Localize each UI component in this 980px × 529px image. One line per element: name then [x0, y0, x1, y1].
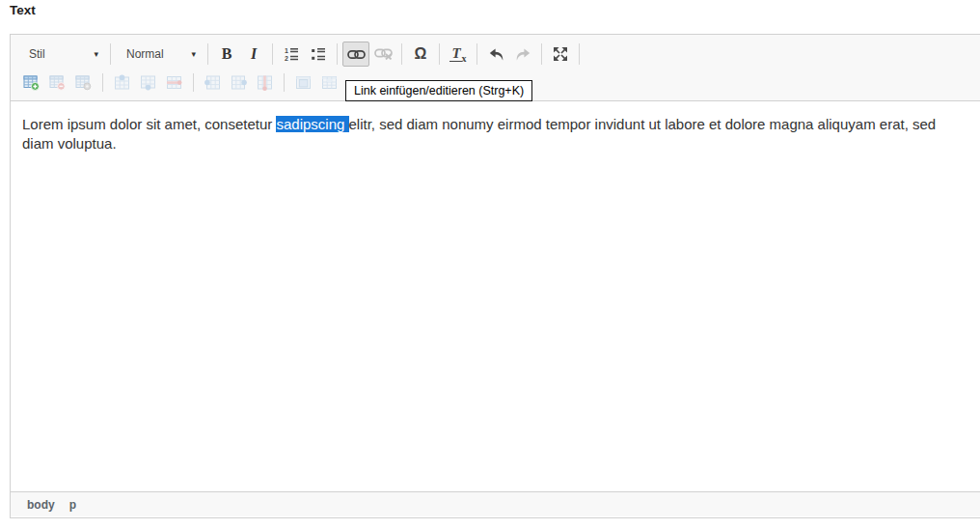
path-item-body[interactable]: body	[27, 498, 55, 512]
format-combo-label: Normal	[126, 47, 164, 61]
merge-cells-button[interactable]	[290, 70, 316, 94]
link-button-tooltip: Link einfügen/editieren (Strg+K)	[345, 80, 532, 101]
bullet-list-button[interactable]	[305, 42, 332, 67]
undo-button[interactable]	[482, 42, 509, 67]
selected-text: sadipscing	[276, 116, 348, 132]
field-label: Text	[10, 3, 36, 17]
link-icon	[347, 49, 366, 60]
insert-table-button[interactable]	[18, 70, 44, 94]
delete-row-icon	[166, 74, 182, 91]
omega-icon: Ω	[415, 45, 427, 63]
italic-icon: I	[251, 45, 257, 63]
delete-column-button[interactable]	[252, 70, 278, 94]
numbered-list-icon: 1 2	[284, 46, 299, 62]
unlink-icon	[374, 48, 393, 60]
toolbar-separator	[284, 73, 285, 92]
toolbar-separator	[272, 43, 273, 65]
insert-row-below-icon	[140, 74, 156, 91]
bold-button[interactable]: B	[213, 42, 240, 67]
styles-combo-label: Stil	[29, 47, 45, 61]
special-char-button[interactable]: Ω	[407, 42, 434, 67]
elements-path-bar: body p	[11, 491, 980, 516]
bold-icon: B	[222, 45, 232, 63]
bulleted-list-icon	[311, 46, 326, 62]
path-item-p[interactable]: p	[69, 498, 76, 512]
toolbar-separator	[579, 43, 580, 65]
page: { "page": { "heading": "Text" }, "toolba…	[0, 0, 980, 529]
toolbar-separator	[102, 73, 103, 92]
chevron-down-icon: ▾	[94, 49, 98, 59]
toolbar-row-1: Stil ▾ Normal ▾ B I 1 2	[18, 40, 980, 69]
insert-column-left-button[interactable]	[200, 70, 226, 94]
maximize-button[interactable]	[547, 42, 574, 67]
paragraph: Lorem ipsum dolor sit amet, consetetur s…	[22, 115, 969, 154]
cell-properties-icon	[321, 74, 338, 91]
toolbar-separator	[110, 43, 111, 65]
insert-column-right-button[interactable]	[226, 70, 252, 94]
delete-table-icon	[49, 74, 66, 91]
undo-icon	[488, 47, 504, 62]
italic-button[interactable]: I	[240, 42, 267, 67]
maximize-icon	[553, 46, 568, 62]
toolbar-separator	[193, 73, 194, 92]
table-properties-button[interactable]	[70, 70, 96, 94]
delete-row-button[interactable]	[161, 70, 187, 94]
rich-text-editor: Stil ▾ Normal ▾ B I 1 2	[10, 34, 980, 518]
svg-text:1: 1	[285, 47, 288, 54]
redo-button[interactable]	[509, 42, 536, 67]
insert-column-right-icon	[231, 74, 247, 91]
chevron-down-icon: ▾	[191, 49, 196, 59]
unlink-button[interactable]	[369, 42, 396, 67]
paragraph-text-before: Lorem ipsum dolor sit amet, consetetur	[22, 116, 276, 132]
numbered-list-button[interactable]: 1 2	[278, 42, 305, 67]
delete-column-icon	[257, 74, 273, 91]
redo-icon	[515, 47, 531, 62]
editor-content-area[interactable]: Lorem ipsum dolor sit amet, consetetur s…	[11, 101, 980, 491]
delete-table-button[interactable]	[44, 70, 70, 94]
table-properties-icon	[75, 74, 92, 91]
insert-row-above-icon	[114, 74, 130, 91]
insert-column-left-icon	[204, 74, 221, 91]
remove-format-icon: Tx	[449, 44, 466, 64]
styles-combo[interactable]: Stil ▾	[18, 42, 105, 67]
toolbar-separator	[541, 43, 542, 65]
link-button[interactable]	[342, 42, 369, 67]
insert-row-below-button[interactable]	[135, 70, 161, 94]
insert-row-above-button[interactable]	[109, 70, 135, 94]
svg-text:2: 2	[285, 55, 288, 62]
format-combo[interactable]: Normal ▾	[116, 42, 203, 67]
toolbar-separator	[207, 43, 208, 65]
insert-table-icon	[23, 74, 40, 91]
merge-cells-icon	[295, 74, 312, 91]
toolbar-separator	[401, 43, 402, 65]
remove-format-button[interactable]: Tx	[445, 42, 472, 67]
toolbar-separator	[476, 43, 477, 65]
toolbar-separator	[439, 43, 440, 65]
toolbar-separator	[337, 43, 338, 65]
cell-properties-button[interactable]	[316, 70, 342, 94]
